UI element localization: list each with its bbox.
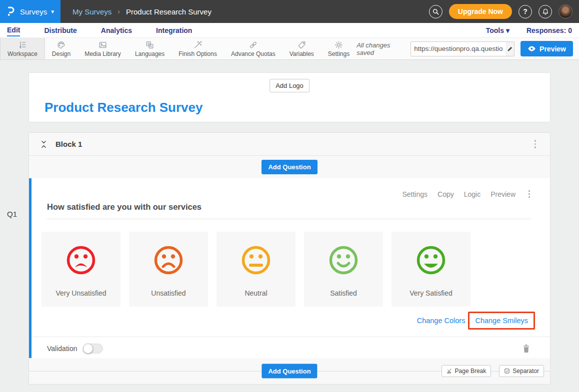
question-settings-link[interactable]: Settings bbox=[402, 190, 428, 198]
smiley-scale: Very Unsatisfied Unsatisfied bbox=[42, 232, 550, 307]
breadcrumb-my-surveys[interactable]: My Surveys bbox=[72, 7, 112, 16]
validation-label: Validation bbox=[47, 345, 77, 353]
satisfied-smiley-icon bbox=[328, 244, 360, 276]
edit-url-button[interactable] bbox=[506, 42, 514, 56]
svg-text:A: A bbox=[150, 44, 152, 47]
question-menu-button[interactable] bbox=[526, 188, 532, 200]
smiley-edit-links: Change Colors Change Smileys bbox=[32, 312, 535, 330]
page-break-button[interactable]: Page Break bbox=[442, 365, 492, 377]
smiley-label: Very Satisfied bbox=[410, 289, 452, 297]
tools-menu[interactable]: Tools ▾ bbox=[486, 26, 510, 34]
change-colors-link[interactable]: Change Colors bbox=[417, 317, 466, 325]
section-tabs: Edit Distribute Analytics Integration To… bbox=[0, 23, 579, 37]
block-title[interactable]: Block 1 bbox=[56, 140, 82, 148]
question-preview-link[interactable]: Preview bbox=[490, 190, 516, 198]
tab-analytics[interactable]: Analytics bbox=[101, 24, 132, 36]
tab-distribute[interactable]: Distribute bbox=[44, 24, 76, 36]
block-menu-button[interactable] bbox=[532, 138, 538, 150]
search-button[interactable] bbox=[429, 5, 442, 18]
toolbar-item-settings[interactable]: Settings bbox=[321, 38, 356, 59]
image-icon bbox=[98, 40, 108, 49]
add-question-button-bottom[interactable]: Add Question bbox=[262, 364, 317, 379]
survey-canvas: Q1 Add Logo Product Research Survey Bloc… bbox=[0, 60, 579, 385]
smiley-option-very-unsatisfied[interactable]: Very Unsatisfied bbox=[42, 232, 120, 307]
collapse-block-button[interactable] bbox=[39, 140, 48, 149]
survey-url-input[interactable] bbox=[411, 42, 506, 56]
very-unsatisfied-smiley-icon bbox=[65, 244, 97, 276]
toolbar-label: Finish Options bbox=[178, 50, 217, 57]
very-satisfied-smiley-icon bbox=[415, 244, 447, 276]
workspace-icon bbox=[18, 40, 27, 49]
separator-button[interactable]: Separator bbox=[499, 365, 544, 377]
preview-button[interactable]: Preview bbox=[520, 41, 573, 56]
delete-question-button[interactable] bbox=[522, 344, 530, 353]
add-logo-button[interactable]: Add Logo bbox=[270, 79, 310, 92]
chain-link-icon bbox=[248, 40, 258, 49]
pencil-icon bbox=[506, 45, 514, 52]
smiley-option-very-satisfied[interactable]: Very Satisfied bbox=[392, 232, 470, 307]
tab-integration[interactable]: Integration bbox=[156, 24, 192, 36]
toolbar-label: Variables bbox=[290, 50, 314, 57]
toolbar-label: Languages bbox=[135, 50, 164, 57]
question-logic-link[interactable]: Logic bbox=[464, 190, 480, 198]
eye-icon bbox=[528, 45, 536, 52]
toolbar-item-advance-quotas[interactable]: Advance Quotas bbox=[224, 38, 282, 59]
notifications-button[interactable] bbox=[538, 5, 552, 18]
add-question-button-top[interactable]: Add Question bbox=[262, 160, 317, 174]
app-switcher[interactable]: Surveys ▼ bbox=[0, 0, 60, 23]
toolbar-label: Media Library bbox=[84, 50, 121, 57]
app-menu-label: Surveys bbox=[20, 7, 47, 16]
user-avatar[interactable] bbox=[558, 4, 572, 18]
bell-icon bbox=[542, 8, 549, 15]
change-smileys-link[interactable]: Change Smileys bbox=[475, 317, 528, 325]
breadcrumb: My Surveys › Product Research Survey bbox=[72, 7, 212, 16]
survey-url-field bbox=[410, 41, 514, 56]
change-smileys-highlight: Change Smileys bbox=[468, 312, 535, 330]
add-question-row-top: Add Question bbox=[29, 156, 550, 178]
responses-count[interactable]: Responses: 0 bbox=[526, 26, 572, 34]
smiley-option-unsatisfied[interactable]: Unsatisfied bbox=[129, 232, 208, 307]
smiley-option-satisfied[interactable]: Satisfied bbox=[304, 232, 383, 307]
question-copy-link[interactable]: Copy bbox=[438, 190, 454, 198]
editor-toolbar: Workspace Design Media Library A bbox=[0, 37, 579, 60]
toolbar-label: Workspace bbox=[8, 50, 38, 57]
autosave-status: All changes saved bbox=[356, 41, 404, 56]
translate-icon: A bbox=[145, 40, 154, 49]
checkbox-checked-icon bbox=[504, 368, 510, 374]
smiley-option-neutral[interactable]: Neutral bbox=[216, 232, 296, 307]
validation-toggle[interactable] bbox=[83, 344, 103, 354]
survey-editor-app: Surveys ▼ My Surveys › Product Research … bbox=[0, 0, 579, 392]
smiley-label: Satisfied bbox=[330, 289, 357, 297]
help-button[interactable]: ? bbox=[518, 5, 532, 18]
toolbar-item-finish-options[interactable]: Finish Options bbox=[172, 38, 224, 59]
block-card: Block 1 Add Question Settings Copy Logic… bbox=[28, 132, 550, 385]
unsatisfied-smiley-icon bbox=[152, 244, 184, 276]
block-header: Block 1 bbox=[29, 133, 550, 156]
topbar: Surveys ▼ My Surveys › Product Research … bbox=[0, 0, 579, 23]
toolbar-item-variables[interactable]: Variables bbox=[282, 38, 321, 59]
toolbar-item-workspace[interactable]: Workspace bbox=[0, 38, 45, 59]
survey-header-card: Add Logo Product Research Survey bbox=[28, 72, 550, 122]
neutral-smiley-icon bbox=[240, 244, 272, 276]
topbar-actions: Upgrade Now ? bbox=[429, 4, 579, 19]
block-footer: Add Question Page Break bbox=[29, 358, 550, 384]
question-text-underline bbox=[47, 219, 531, 219]
smiley-label: Unsatisfied bbox=[151, 289, 186, 297]
page-break-icon bbox=[446, 368, 452, 374]
toolbar-item-languages[interactable]: A Languages bbox=[128, 38, 172, 59]
collapse-icon bbox=[40, 140, 47, 148]
toolbar-item-design[interactable]: Design bbox=[45, 38, 78, 59]
questionpro-logo-icon bbox=[6, 5, 16, 17]
trash-icon bbox=[522, 344, 530, 353]
toolbar-label: Design bbox=[52, 50, 70, 57]
toggle-knob bbox=[83, 344, 93, 354]
smiley-label: Very Unsatisfied bbox=[56, 289, 106, 297]
tab-edit[interactable]: Edit bbox=[7, 24, 20, 36]
toolbar-item-media-library[interactable]: Media Library bbox=[78, 38, 128, 59]
survey-title[interactable]: Product Research Survey bbox=[44, 100, 202, 115]
upgrade-now-button[interactable]: Upgrade Now bbox=[449, 4, 512, 19]
question-mark-icon: ? bbox=[523, 7, 528, 15]
question-actions: Settings Copy Logic Preview bbox=[402, 188, 532, 200]
design-palette-icon bbox=[56, 40, 66, 49]
tag-icon bbox=[297, 40, 306, 49]
